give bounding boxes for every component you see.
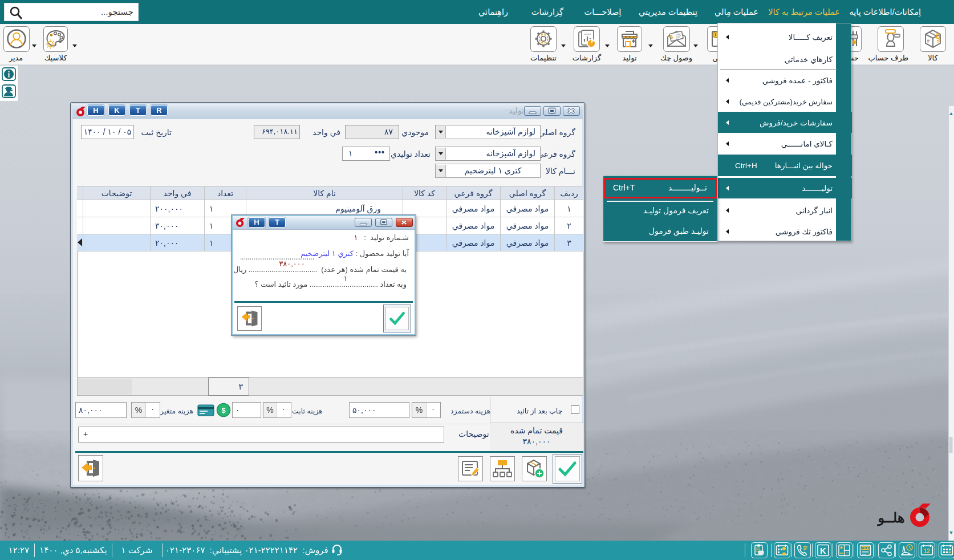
svg-text:NOTE: NOTE xyxy=(861,546,870,550)
svg-text:$: $ xyxy=(221,406,226,415)
svg-text:12: 12 xyxy=(924,548,931,554)
svg-text:K: K xyxy=(820,546,826,555)
svg-text:هلــو: هلــو xyxy=(876,510,904,526)
